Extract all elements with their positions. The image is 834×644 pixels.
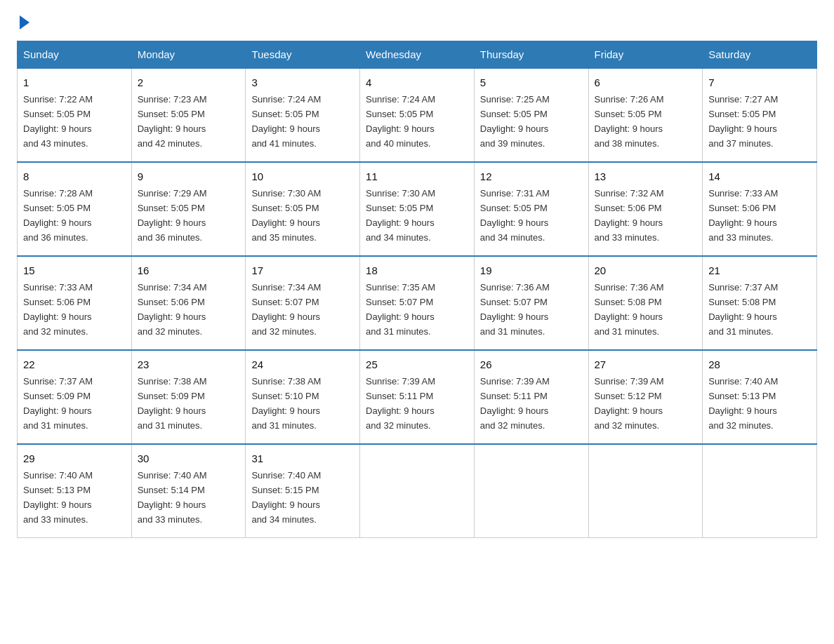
day-number: 5 bbox=[480, 74, 583, 90]
day-cell-21: 21Sunrise: 7:37 AMSunset: 5:08 PMDayligh… bbox=[703, 256, 817, 350]
empty-cell bbox=[474, 444, 588, 537]
day-number: 30 bbox=[138, 450, 240, 467]
day-info: Sunrise: 7:39 AMSunset: 5:11 PMDaylight:… bbox=[480, 376, 550, 431]
day-number: 22 bbox=[23, 356, 126, 373]
day-cell-18: 18Sunrise: 7:35 AMSunset: 5:07 PMDayligh… bbox=[360, 256, 475, 350]
day-number: 14 bbox=[708, 168, 811, 185]
day-number: 15 bbox=[23, 262, 126, 279]
header-wednesday: Wednesday bbox=[360, 41, 475, 69]
day-info: Sunrise: 7:32 AMSunset: 5:06 PMDaylight:… bbox=[595, 188, 664, 243]
day-number: 10 bbox=[251, 168, 354, 185]
day-cell-6: 6Sunrise: 7:26 AMSunset: 5:05 PMDaylight… bbox=[588, 68, 703, 162]
day-number: 26 bbox=[480, 356, 583, 373]
day-info: Sunrise: 7:40 AMSunset: 5:15 PMDaylight:… bbox=[251, 470, 321, 525]
day-cell-7: 7Sunrise: 7:27 AMSunset: 5:05 PMDaylight… bbox=[703, 68, 817, 162]
day-info: Sunrise: 7:36 AMSunset: 5:08 PMDaylight:… bbox=[595, 282, 664, 337]
day-cell-9: 9Sunrise: 7:29 AMSunset: 5:05 PMDaylight… bbox=[131, 162, 246, 256]
day-number: 16 bbox=[138, 262, 240, 279]
day-number: 18 bbox=[366, 262, 468, 279]
day-number: 19 bbox=[480, 262, 583, 279]
day-cell-1: 1Sunrise: 7:22 AMSunset: 5:05 PMDaylight… bbox=[18, 68, 132, 162]
day-number: 20 bbox=[595, 262, 697, 279]
empty-cell bbox=[588, 444, 703, 537]
page-header bbox=[17, 17, 817, 27]
header-row: SundayMondayTuesdayWednesdayThursdayFrid… bbox=[18, 41, 817, 69]
day-number: 6 bbox=[595, 74, 697, 90]
day-number: 9 bbox=[138, 168, 240, 185]
day-info: Sunrise: 7:35 AMSunset: 5:07 PMDaylight:… bbox=[366, 282, 435, 337]
day-info: Sunrise: 7:27 AMSunset: 5:05 PMDaylight:… bbox=[708, 94, 778, 149]
day-number: 2 bbox=[138, 74, 240, 90]
day-cell-11: 11Sunrise: 7:30 AMSunset: 5:05 PMDayligh… bbox=[360, 162, 475, 256]
day-number: 21 bbox=[708, 262, 811, 279]
day-number: 17 bbox=[251, 262, 354, 279]
day-number: 24 bbox=[251, 356, 354, 373]
day-info: Sunrise: 7:24 AMSunset: 5:05 PMDaylight:… bbox=[251, 94, 321, 149]
day-info: Sunrise: 7:38 AMSunset: 5:10 PMDaylight:… bbox=[251, 376, 321, 431]
header-thursday: Thursday bbox=[474, 41, 588, 69]
empty-cell bbox=[360, 444, 475, 537]
day-number: 28 bbox=[708, 356, 811, 373]
day-info: Sunrise: 7:24 AMSunset: 5:05 PMDaylight:… bbox=[366, 94, 435, 149]
day-info: Sunrise: 7:39 AMSunset: 5:12 PMDaylight:… bbox=[595, 376, 664, 431]
day-cell-24: 24Sunrise: 7:38 AMSunset: 5:10 PMDayligh… bbox=[246, 350, 360, 444]
day-cell-28: 28Sunrise: 7:40 AMSunset: 5:13 PMDayligh… bbox=[703, 350, 817, 444]
day-info: Sunrise: 7:37 AMSunset: 5:08 PMDaylight:… bbox=[708, 282, 778, 337]
day-cell-31: 31Sunrise: 7:40 AMSunset: 5:15 PMDayligh… bbox=[246, 444, 360, 537]
logo-triangle-icon bbox=[20, 15, 29, 29]
day-cell-29: 29Sunrise: 7:40 AMSunset: 5:13 PMDayligh… bbox=[18, 444, 132, 537]
day-number: 7 bbox=[708, 74, 811, 90]
week-row-3: 15Sunrise: 7:33 AMSunset: 5:06 PMDayligh… bbox=[18, 256, 817, 350]
day-cell-4: 4Sunrise: 7:24 AMSunset: 5:05 PMDaylight… bbox=[360, 68, 475, 162]
day-cell-26: 26Sunrise: 7:39 AMSunset: 5:11 PMDayligh… bbox=[474, 350, 588, 444]
day-cell-3: 3Sunrise: 7:24 AMSunset: 5:05 PMDaylight… bbox=[246, 68, 360, 162]
day-number: 25 bbox=[366, 356, 468, 373]
header-tuesday: Tuesday bbox=[246, 41, 360, 69]
day-info: Sunrise: 7:31 AMSunset: 5:05 PMDaylight:… bbox=[480, 188, 550, 243]
day-cell-30: 30Sunrise: 7:40 AMSunset: 5:14 PMDayligh… bbox=[131, 444, 246, 537]
day-info: Sunrise: 7:30 AMSunset: 5:05 PMDaylight:… bbox=[366, 188, 435, 243]
day-cell-27: 27Sunrise: 7:39 AMSunset: 5:12 PMDayligh… bbox=[588, 350, 703, 444]
header-sunday: Sunday bbox=[18, 41, 132, 69]
day-info: Sunrise: 7:34 AMSunset: 5:06 PMDaylight:… bbox=[138, 282, 207, 337]
logo bbox=[17, 17, 29, 27]
day-cell-19: 19Sunrise: 7:36 AMSunset: 5:07 PMDayligh… bbox=[474, 256, 588, 350]
day-number: 4 bbox=[366, 74, 468, 90]
day-cell-17: 17Sunrise: 7:34 AMSunset: 5:07 PMDayligh… bbox=[246, 256, 360, 350]
day-info: Sunrise: 7:33 AMSunset: 5:06 PMDaylight:… bbox=[23, 282, 93, 337]
day-number: 11 bbox=[366, 168, 468, 185]
day-info: Sunrise: 7:38 AMSunset: 5:09 PMDaylight:… bbox=[138, 376, 207, 431]
day-info: Sunrise: 7:37 AMSunset: 5:09 PMDaylight:… bbox=[23, 376, 93, 431]
week-row-5: 29Sunrise: 7:40 AMSunset: 5:13 PMDayligh… bbox=[18, 444, 817, 537]
day-info: Sunrise: 7:30 AMSunset: 5:05 PMDaylight:… bbox=[251, 188, 321, 243]
week-row-1: 1Sunrise: 7:22 AMSunset: 5:05 PMDaylight… bbox=[18, 68, 817, 162]
week-row-4: 22Sunrise: 7:37 AMSunset: 5:09 PMDayligh… bbox=[18, 350, 817, 444]
day-number: 8 bbox=[23, 168, 126, 185]
week-row-2: 8Sunrise: 7:28 AMSunset: 5:05 PMDaylight… bbox=[18, 162, 817, 256]
day-cell-8: 8Sunrise: 7:28 AMSunset: 5:05 PMDaylight… bbox=[18, 162, 132, 256]
header-friday: Friday bbox=[588, 41, 703, 69]
day-cell-23: 23Sunrise: 7:38 AMSunset: 5:09 PMDayligh… bbox=[131, 350, 246, 444]
day-info: Sunrise: 7:33 AMSunset: 5:06 PMDaylight:… bbox=[708, 188, 778, 243]
header-saturday: Saturday bbox=[703, 41, 817, 69]
day-cell-2: 2Sunrise: 7:23 AMSunset: 5:05 PMDaylight… bbox=[131, 68, 246, 162]
day-info: Sunrise: 7:23 AMSunset: 5:05 PMDaylight:… bbox=[138, 94, 207, 149]
day-number: 3 bbox=[251, 74, 354, 90]
empty-cell bbox=[703, 444, 817, 537]
day-info: Sunrise: 7:34 AMSunset: 5:07 PMDaylight:… bbox=[251, 282, 321, 337]
day-number: 23 bbox=[138, 356, 240, 373]
calendar-table: SundayMondayTuesdayWednesdayThursdayFrid… bbox=[17, 41, 817, 538]
day-info: Sunrise: 7:29 AMSunset: 5:05 PMDaylight:… bbox=[138, 188, 207, 243]
day-info: Sunrise: 7:22 AMSunset: 5:05 PMDaylight:… bbox=[23, 94, 93, 149]
day-info: Sunrise: 7:40 AMSunset: 5:13 PMDaylight:… bbox=[23, 470, 93, 525]
day-info: Sunrise: 7:39 AMSunset: 5:11 PMDaylight:… bbox=[366, 376, 435, 431]
day-cell-12: 12Sunrise: 7:31 AMSunset: 5:05 PMDayligh… bbox=[474, 162, 588, 256]
day-number: 27 bbox=[595, 356, 697, 373]
day-number: 29 bbox=[23, 450, 126, 467]
header-monday: Monday bbox=[131, 41, 246, 69]
day-info: Sunrise: 7:25 AMSunset: 5:05 PMDaylight:… bbox=[480, 94, 550, 149]
day-cell-5: 5Sunrise: 7:25 AMSunset: 5:05 PMDaylight… bbox=[474, 68, 588, 162]
day-cell-22: 22Sunrise: 7:37 AMSunset: 5:09 PMDayligh… bbox=[18, 350, 132, 444]
day-number: 12 bbox=[480, 168, 583, 185]
day-cell-10: 10Sunrise: 7:30 AMSunset: 5:05 PMDayligh… bbox=[246, 162, 360, 256]
